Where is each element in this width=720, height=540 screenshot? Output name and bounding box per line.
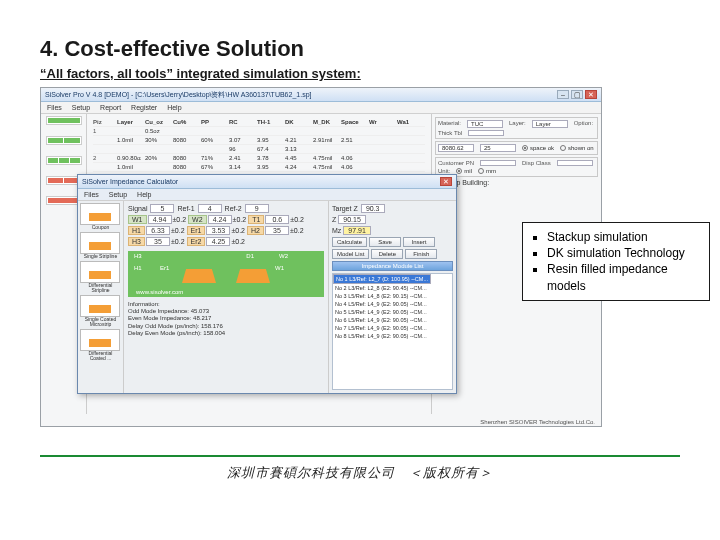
param-grid: W14.94±0.2 W24.24±0.2 T10.6±0.2 H16.33±0…: [128, 215, 324, 246]
impedance-module-list[interactable]: No 1 L3/Ref: L2_7 (D: 100.95) --CM... No…: [332, 273, 453, 390]
menu-register[interactable]: Register: [131, 104, 157, 111]
space-group: 8080.62 25 space ok shown on: [435, 141, 598, 155]
ref2-field[interactable]: 9: [245, 204, 269, 213]
list-item[interactable]: No 2 L3/Ref: L2_8 (E2: 90.45) --CM...: [333, 284, 452, 292]
finish-button[interactable]: Finish: [405, 249, 437, 259]
list-item[interactable]: No 7 L5/Ref: L4_9 (E2: 90.05) --CM...: [333, 324, 452, 332]
main-window: SiSolver Pro V 4.8 [DEMO] - [C:\Users\Je…: [40, 87, 602, 427]
h3-field[interactable]: 35: [146, 237, 170, 246]
customer-input[interactable]: [480, 160, 516, 166]
statusbar-company: Shenzhen SISOIVER Technologies Ltd.Co.: [480, 419, 595, 425]
iml-header: Impedance Module List: [332, 261, 453, 271]
space-select[interactable]: 8080.62: [438, 144, 474, 152]
ref1-field[interactable]: 4: [198, 204, 222, 213]
calculate-button[interactable]: Calculate: [332, 237, 367, 247]
calc-menubar[interactable]: Files Setup Help: [78, 189, 456, 201]
save-button[interactable]: Save: [369, 237, 401, 247]
calc-menu-setup[interactable]: Setup: [109, 191, 127, 198]
cross-section-diagram: H3 H1 Er1 D1 W2 W1 www.sisolver.com: [128, 251, 324, 297]
calc-close-icon[interactable]: ✕: [440, 177, 452, 186]
stackup-building-label: Stackup Building:: [435, 179, 598, 186]
list-item[interactable]: No 3 L5/Ref: L4_8 (E2: 90.15) --CM...: [333, 292, 452, 300]
count-select[interactable]: 25: [480, 144, 516, 152]
calc-window-title: SiSolver Impedance Calculator: [82, 178, 178, 185]
material-group: Material: TUC Layer: Layer Option: Thick…: [435, 117, 598, 139]
h1-field[interactable]: 6.33: [146, 226, 170, 235]
slide-subtitle: “All factors, all tools” integrated simu…: [40, 66, 680, 81]
mz-value: 97.91: [343, 226, 371, 235]
layer-select[interactable]: Layer: [532, 120, 568, 128]
calc-right-panel: Target Z 90.3 Z90.15 Mz97.91 Calculate S…: [328, 201, 456, 393]
list-item[interactable]: No 6 L5/Ref: L4_9 (E2: 90.05) --CM...: [333, 316, 452, 324]
main-menubar[interactable]: Files Setup Report Register Help: [41, 102, 601, 114]
thick-select[interactable]: [468, 130, 504, 136]
feature-callout: Stackup simulation DK simulation Technol…: [522, 222, 710, 301]
menu-report[interactable]: Report: [100, 104, 121, 111]
calc-menu-help[interactable]: Help: [137, 191, 151, 198]
space-ok-radio[interactable]: space ok: [522, 144, 554, 152]
menu-help[interactable]: Help: [167, 104, 181, 111]
unit-mm-radio[interactable]: mm: [478, 168, 496, 174]
w1-field[interactable]: 4.94: [148, 215, 172, 224]
slide-title: 4. Cost-effective Solution: [40, 36, 680, 62]
unit-mil-radio[interactable]: mil: [456, 168, 472, 174]
shown-on-radio[interactable]: shown on: [560, 144, 594, 152]
list-item[interactable]: No 4 L5/Ref: L4_9 (E2: 90.05) --CM...: [333, 300, 452, 308]
calc-main: Signal 5 Ref-1 4 Ref-2 9 W14.94±0.2 W24.…: [124, 201, 328, 393]
main-titlebar[interactable]: SiSolver Pro V 4.8 [DEMO] - [C:\Users\Je…: [41, 88, 601, 102]
delete-button[interactable]: Delete: [371, 249, 403, 259]
website-label: www.sisolver.com: [136, 289, 183, 295]
feature-item: Resin filled impedance models: [547, 261, 701, 293]
disp-select[interactable]: [557, 160, 593, 166]
signal-field[interactable]: 5: [150, 204, 174, 213]
er1-field[interactable]: 3.53: [206, 226, 230, 235]
modellist-button[interactable]: Model List: [332, 249, 369, 259]
close-icon[interactable]: ✕: [585, 90, 597, 99]
slide-footer: 深圳市賽碩尔科技有限公司 ＜版权所有＞: [0, 464, 720, 482]
list-item[interactable]: No 5 L5/Ref: L4_9 (E2: 90.05) --CM...: [333, 308, 452, 316]
er2-field[interactable]: 4.25: [206, 237, 230, 246]
material-select[interactable]: TUC: [467, 120, 503, 128]
z-value: 90.15: [338, 215, 366, 224]
menu-setup[interactable]: Setup: [72, 104, 90, 111]
options-group: Customer PN Disp Class Unit: mil mm: [435, 157, 598, 177]
menu-files[interactable]: Files: [47, 104, 62, 111]
green-rule: [40, 455, 680, 457]
feature-item: Stackup simulation: [547, 229, 701, 245]
h2-field[interactable]: 35: [265, 226, 289, 235]
calc-titlebar[interactable]: SiSolver Impedance Calculator ✕: [78, 175, 456, 189]
results-text: Information: Odd Mode Impedance: 45.073 …: [128, 301, 324, 337]
main-window-title: SiSolver Pro V 4.8 [DEMO] - [C:\Users\Je…: [45, 90, 311, 100]
list-item[interactable]: No 8 L5/Ref: L4_9 (E2: 90.05) --CM...: [333, 332, 452, 340]
t1-field[interactable]: 0.6: [265, 215, 289, 224]
minimize-icon[interactable]: –: [557, 90, 569, 99]
target-z-field[interactable]: 90.3: [361, 204, 385, 213]
coupon-list[interactable]: Coupon Single Stripline Differential Str…: [78, 201, 124, 393]
maximize-icon[interactable]: ▢: [571, 90, 583, 99]
list-item[interactable]: No 1 L3/Ref: L2_7 (D: 100.95) --CM...: [333, 274, 431, 284]
feature-item: DK simulation Technology: [547, 245, 701, 261]
calc-menu-files[interactable]: Files: [84, 191, 99, 198]
insert-button[interactable]: Insert: [403, 237, 435, 247]
calc-window: SiSolver Impedance Calculator ✕ Files Se…: [77, 174, 457, 394]
w2-field[interactable]: 4.24: [208, 215, 232, 224]
